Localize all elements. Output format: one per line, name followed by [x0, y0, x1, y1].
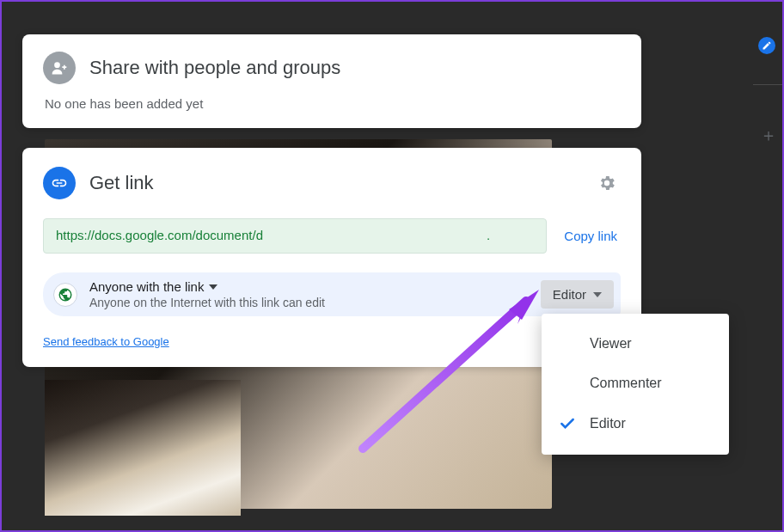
gear-icon	[597, 174, 616, 193]
role-option-label: Viewer	[590, 336, 632, 352]
role-dropdown-menu: Viewer Commenter Editor	[542, 314, 729, 455]
role-selected-label: Editor	[553, 287, 586, 302]
role-option-label: Commenter	[590, 376, 662, 391]
share-url-field[interactable]: https://docs.google.com/document/d.	[43, 218, 547, 254]
access-description: Anyone on the Internet with this link ca…	[89, 296, 529, 309]
role-option-commenter[interactable]: Commenter	[542, 364, 729, 403]
share-title: Share with people and groups	[89, 57, 340, 79]
url-prefix: https://docs.google.com/document/d	[56, 228, 263, 242]
access-scope-label: Anyone with the link	[89, 279, 204, 294]
share-status-text: No one has been added yet	[45, 96, 621, 111]
access-scope-dropdown[interactable]: Anyone with the link	[89, 279, 529, 294]
chevron-down-icon	[209, 284, 217, 290]
role-dropdown-button[interactable]: Editor	[541, 280, 614, 309]
person-add-icon	[43, 52, 76, 84]
share-header: Share with people and groups	[43, 52, 621, 84]
plus-icon[interactable]: ＋	[760, 124, 777, 147]
url-row: https://docs.google.com/document/d. Copy…	[43, 218, 621, 254]
copy-link-button[interactable]: Copy link	[560, 223, 621, 248]
role-option-viewer[interactable]: Viewer	[542, 324, 729, 364]
access-text: Anyone with the link Anyone on the Inter…	[89, 279, 529, 309]
feedback-link[interactable]: Send feedback to Google	[43, 335, 621, 348]
link-header: Get link	[43, 167, 621, 199]
get-link-title: Get link	[89, 172, 579, 194]
url-suffix: .	[487, 228, 490, 242]
chevron-down-icon	[593, 292, 602, 297]
right-divider	[753, 84, 782, 85]
background-photo-small	[45, 380, 241, 516]
link-settings-button[interactable]	[593, 169, 621, 197]
role-option-editor[interactable]: Editor	[542, 403, 729, 444]
access-row: Anyone with the link Anyone on the Inter…	[43, 272, 621, 316]
check-icon	[559, 415, 590, 432]
edit-badge-icon[interactable]	[758, 37, 775, 54]
url-redacted-section	[263, 229, 487, 244]
link-icon	[43, 167, 76, 199]
share-people-card: Share with people and groups No one has …	[22, 34, 641, 128]
globe-icon	[53, 283, 77, 307]
role-option-label: Editor	[590, 416, 626, 431]
svg-point-0	[54, 62, 60, 68]
